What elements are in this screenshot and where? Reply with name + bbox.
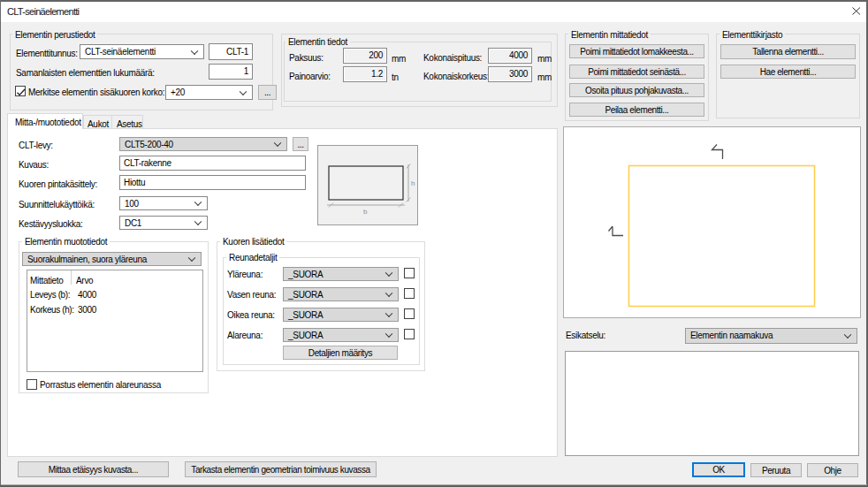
svg-text:b: b	[363, 208, 368, 216]
svg-text:h: h	[411, 179, 415, 187]
